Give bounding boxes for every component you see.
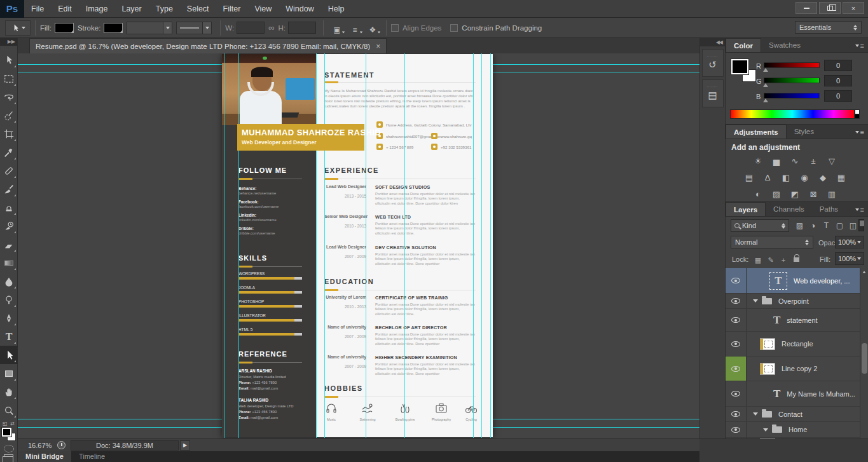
group-expand-icon[interactable]: [763, 428, 768, 431]
link-dimensions-icon[interactable]: ∞: [268, 23, 274, 32]
eyedropper-tool[interactable]: [0, 143, 18, 161]
visibility-cell[interactable]: [726, 381, 747, 406]
crop-tool[interactable]: [0, 125, 18, 143]
restore-button[interactable]: [819, 2, 841, 14]
layer-filter-toggle[interactable]: [858, 219, 864, 231]
invert-icon[interactable]: ◐: [751, 188, 765, 200]
brightness-contrast-icon[interactable]: ☀: [751, 155, 765, 166]
tab-color[interactable]: Color: [726, 38, 761, 52]
channel-b-value[interactable]: 0: [824, 90, 852, 102]
tab-mini-bridge[interactable]: Mini Bridge: [18, 451, 71, 462]
path-selection-tool[interactable]: [0, 346, 18, 364]
toolbar-collapse-button[interactable]: ▶▶: [0, 38, 17, 46]
screen-mode-button[interactable]: [4, 454, 13, 461]
eye-icon[interactable]: [731, 341, 740, 347]
foreground-color-swatch[interactable]: [2, 428, 11, 437]
eye-icon[interactable]: [731, 427, 740, 433]
opacity-value[interactable]: 100%: [835, 236, 864, 248]
width-input[interactable]: [237, 22, 265, 34]
layers-scrollbar[interactable]: [860, 268, 868, 448]
tab-timeline[interactable]: Timeline: [71, 451, 113, 462]
vibrance-icon[interactable]: ▽: [825, 155, 839, 166]
tab-channels[interactable]: Channels: [766, 202, 812, 216]
visibility-cell[interactable]: [726, 268, 747, 293]
rectangle-shape-tool[interactable]: [0, 364, 18, 383]
tab-styles[interactable]: Styles: [787, 125, 822, 139]
history-brush-tool[interactable]: [0, 217, 18, 235]
photo-filter-icon[interactable]: ◉: [797, 172, 811, 183]
visibility-cell[interactable]: [726, 309, 747, 331]
zoom-tool[interactable]: [0, 401, 18, 419]
panel-menu-icon[interactable]: ≡: [855, 128, 864, 136]
menu-window[interactable]: Window: [279, 0, 320, 18]
quick-selection-tool[interactable]: [0, 106, 18, 125]
layer-row-line-copy-2[interactable]: Line copy 2: [726, 357, 860, 381]
status-clock-icon[interactable]: [57, 441, 65, 449]
fill-value[interactable]: 100%: [835, 252, 864, 265]
path-arrangement-button[interactable]: ❖: [366, 22, 380, 34]
menu-help[interactable]: Help: [321, 0, 352, 18]
selective-color-icon[interactable]: ⊠: [806, 188, 820, 200]
group-expand-icon[interactable]: [753, 412, 758, 416]
spot-healing-brush-tool[interactable]: [0, 161, 18, 180]
clone-stamp-tool[interactable]: [0, 198, 18, 217]
dock-collapse-button[interactable]: ◀◀: [700, 38, 725, 46]
rectangular-marquee-tool[interactable]: [0, 69, 18, 88]
move-tool[interactable]: [0, 51, 18, 69]
canvas[interactable]: FOLLOW ME Behance: behance.net/username …: [18, 53, 699, 438]
channel-r-slider[interactable]: [764, 62, 820, 68]
lock-pixels-icon[interactable]: ✎: [765, 255, 776, 265]
channel-r-value[interactable]: 0: [824, 60, 852, 71]
black-white-icon[interactable]: ◧: [779, 172, 793, 183]
posterize-icon[interactable]: ▨: [769, 188, 783, 200]
document-close-icon[interactable]: ×: [376, 42, 380, 51]
height-input[interactable]: [288, 22, 316, 34]
lasso-tool[interactable]: [0, 88, 18, 106]
tab-paths[interactable]: Paths: [812, 202, 846, 216]
visibility-cell[interactable]: [726, 407, 747, 421]
status-options-arrow[interactable]: ▶: [180, 440, 190, 451]
lock-position-icon[interactable]: +: [778, 255, 789, 265]
spectrum-black-swatch[interactable]: [855, 114, 860, 119]
tab-adjustments[interactable]: Adjustments: [726, 125, 787, 139]
align-edges-checkbox[interactable]: [391, 24, 399, 32]
visibility-cell[interactable]: [726, 332, 747, 356]
history-panel-button[interactable]: '''''''' ↺: [702, 49, 724, 77]
eye-icon[interactable]: [731, 366, 740, 372]
path-alignment-button[interactable]: ≡: [348, 22, 362, 34]
eye-icon[interactable]: [731, 411, 740, 417]
type-tool[interactable]: T: [0, 327, 18, 346]
scrollbar-thumb[interactable]: [862, 343, 867, 374]
levels-icon[interactable]: ▅: [769, 155, 783, 166]
layer-filter-kind-select[interactable]: Kind: [731, 219, 789, 232]
tab-layers[interactable]: Layers: [726, 202, 766, 216]
color-lookup-icon[interactable]: ▦: [834, 172, 848, 183]
filter-shape-layers-icon[interactable]: ▢: [833, 219, 846, 232]
dodge-tool[interactable]: [0, 290, 18, 309]
menu-type[interactable]: Type: [149, 0, 180, 18]
channel-mixer-icon[interactable]: ◆: [816, 172, 830, 183]
menu-image[interactable]: Image: [79, 0, 115, 18]
pen-tool[interactable]: [0, 309, 18, 327]
eye-icon[interactable]: [731, 278, 740, 283]
stroke-width-select[interactable]: [127, 22, 172, 34]
hand-tool[interactable]: [0, 383, 18, 401]
menu-edit[interactable]: Edit: [51, 0, 79, 18]
constrain-path-dragging-checkbox[interactable]: [450, 24, 458, 32]
lock-transparency-icon[interactable]: ▦: [752, 255, 764, 265]
stroke-swatch[interactable]: [104, 23, 123, 33]
channel-b-slider[interactable]: [764, 93, 820, 99]
blend-mode-select[interactable]: Normal: [731, 236, 813, 248]
visibility-cell[interactable]: [726, 294, 747, 308]
scroll-up-icon[interactable]: [863, 271, 866, 273]
layer-group-overpoint[interactable]: Overpoint: [726, 294, 860, 309]
visibility-cell[interactable]: [726, 422, 747, 437]
exposure-icon[interactable]: ±: [806, 155, 820, 166]
layer-group-home[interactable]: Home: [726, 422, 860, 438]
foreground-background-swatches[interactable]: [0, 427, 18, 444]
filter-pixel-layers-icon[interactable]: ▨: [793, 219, 806, 232]
layer-row-rectangle[interactable]: Rectangle: [726, 332, 860, 357]
filter-type-layers-icon[interactable]: T: [820, 219, 833, 232]
document-tab[interactable]: Resume.psd @ 16.7% (Web developer, Desig…: [29, 38, 387, 53]
eye-icon[interactable]: [731, 298, 740, 304]
